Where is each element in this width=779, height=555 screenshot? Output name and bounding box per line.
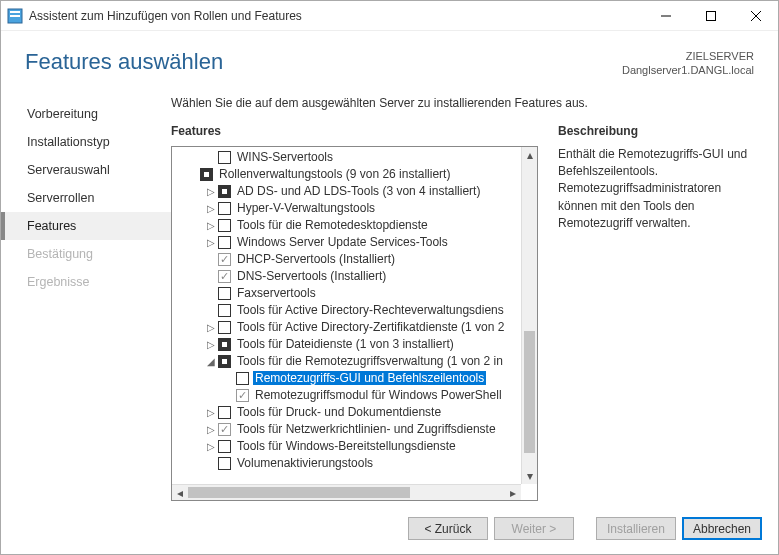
tree-label[interactable]: Tools für Druck- und Dokumentdienste: [235, 405, 443, 419]
footer: < Zurück Weiter > Installieren Abbrechen: [1, 505, 778, 554]
tree-label[interactable]: Tools für Windows-Bereitstellungsdienste: [235, 439, 458, 453]
chevron-right-icon[interactable]: ▷: [204, 203, 218, 214]
scroll-left-button[interactable]: ◂: [172, 485, 188, 500]
vertical-scrollbar[interactable]: ▴ ▾: [521, 147, 537, 484]
tree-row[interactable]: ▷Hyper-V-Verwaltungstools: [176, 200, 521, 217]
wizard-nav: VorbereitungInstallationstypServerauswah…: [1, 94, 171, 501]
checkbox[interactable]: [218, 457, 231, 470]
scroll-right-button[interactable]: ▸: [505, 485, 521, 500]
tree-row[interactable]: WINS-Servertools: [176, 149, 521, 166]
checkbox[interactable]: [218, 270, 231, 283]
checkbox[interactable]: [218, 202, 231, 215]
checkbox[interactable]: [218, 185, 231, 198]
tree-row[interactable]: ▷Tools für Druck- und Dokumentdienste: [176, 404, 521, 421]
tree-label[interactable]: Tools für Dateidienste (1 von 3 installi…: [235, 337, 456, 351]
minimize-button[interactable]: [643, 1, 688, 30]
tree-row[interactable]: ▷AD DS- und AD LDS-Tools (3 von 4 instal…: [176, 183, 521, 200]
chevron-right-icon[interactable]: ▷: [204, 339, 218, 350]
tree-label[interactable]: Remotezugriffs-GUI und Befehlszeilentool…: [253, 371, 486, 385]
scroll-thumb[interactable]: [524, 331, 535, 453]
tree-row[interactable]: Rollenverwaltungstools (9 von 26 install…: [176, 166, 521, 183]
checkbox[interactable]: [218, 253, 231, 266]
tree-label[interactable]: DNS-Servertools (Installiert): [235, 269, 388, 283]
back-button[interactable]: < Zurück: [408, 517, 488, 540]
install-button[interactable]: Installieren: [596, 517, 676, 540]
tree-label[interactable]: Tools für Active Directory-Rechteverwalt…: [235, 303, 506, 317]
tree-label[interactable]: Tools für die Remotedesktopdienste: [235, 218, 430, 232]
nav-item-serverauswahl[interactable]: Serverauswahl: [1, 156, 171, 184]
tree-label[interactable]: Tools für Active Directory-Zertifikatdie…: [235, 320, 506, 334]
tree-row[interactable]: Remotezugriffsmodul für Windows PowerShe…: [176, 387, 521, 404]
chevron-right-icon[interactable]: ▷: [204, 424, 218, 435]
tree-row[interactable]: DHCP-Servertools (Installiert): [176, 251, 521, 268]
checkbox[interactable]: [236, 389, 249, 402]
horizontal-scrollbar[interactable]: ◂ ▸: [172, 484, 521, 500]
description-text: Enthält die Remotezugriffs-GUI und Befeh…: [558, 146, 758, 233]
hscroll-thumb[interactable]: [188, 487, 410, 498]
tree-label[interactable]: Rollenverwaltungstools (9 von 26 install…: [217, 167, 452, 181]
checkbox[interactable]: [200, 168, 213, 181]
nav-item-installationstyp[interactable]: Installationstyp: [1, 128, 171, 156]
tree-row[interactable]: Volumenaktivierungstools: [176, 455, 521, 472]
tree-label[interactable]: Tools für Netzwerkrichtlinien- und Zugri…: [235, 422, 498, 436]
tree-row[interactable]: ▷Tools für Windows-Bereitstellungsdienst…: [176, 438, 521, 455]
svg-rect-2: [10, 15, 20, 17]
main-panel: Wählen Sie die auf dem ausgewählten Serv…: [171, 94, 758, 501]
page-title: Features auswählen: [25, 49, 622, 75]
checkbox[interactable]: [218, 406, 231, 419]
cancel-button[interactable]: Abbrechen: [682, 517, 762, 540]
checkbox[interactable]: [218, 440, 231, 453]
checkbox[interactable]: [218, 321, 231, 334]
checkbox[interactable]: [218, 304, 231, 317]
checkbox[interactable]: [218, 287, 231, 300]
chevron-down-icon[interactable]: ◢: [204, 356, 218, 367]
tree-label[interactable]: Volumenaktivierungstools: [235, 456, 375, 470]
nav-item-serverrollen[interactable]: Serverrollen: [1, 184, 171, 212]
svg-rect-1: [10, 11, 20, 13]
tree-row[interactable]: Tools für Active Directory-Rechteverwalt…: [176, 302, 521, 319]
scroll-down-button[interactable]: ▾: [522, 468, 537, 484]
chevron-right-icon[interactable]: ▷: [204, 407, 218, 418]
tree-row[interactable]: ▷Tools für Dateidienste (1 von 3 install…: [176, 336, 521, 353]
tree-label[interactable]: DHCP-Servertools (Installiert): [235, 252, 397, 266]
checkbox[interactable]: [218, 338, 231, 351]
maximize-button[interactable]: [688, 1, 733, 30]
target-server-label: ZIELSERVER: [622, 49, 754, 63]
chevron-right-icon[interactable]: ▷: [204, 186, 218, 197]
features-tree[interactable]: WINS-ServertoolsRollenverwaltungstools (…: [172, 147, 521, 484]
scroll-up-button[interactable]: ▴: [522, 147, 537, 163]
chevron-right-icon[interactable]: ▷: [204, 237, 218, 248]
checkbox[interactable]: [218, 151, 231, 164]
tree-label[interactable]: Tools für die Remotezugriffsverwaltung (…: [235, 354, 505, 368]
tree-row[interactable]: ◢Tools für die Remotezugriffsverwaltung …: [176, 353, 521, 370]
chevron-right-icon[interactable]: ▷: [204, 322, 218, 333]
chevron-right-icon[interactable]: ▷: [204, 441, 218, 452]
tree-label[interactable]: Remotezugriffsmodul für Windows PowerShe…: [253, 388, 504, 402]
hscroll-track[interactable]: [188, 485, 505, 500]
tree-label[interactable]: Windows Server Update Services-Tools: [235, 235, 450, 249]
checkbox[interactable]: [218, 236, 231, 249]
nav-item-vorbereitung[interactable]: Vorbereitung: [1, 100, 171, 128]
close-button[interactable]: [733, 1, 778, 30]
features-column: Features WINS-ServertoolsRollenverwaltun…: [171, 124, 538, 501]
tree-row[interactable]: Remotezugriffs-GUI und Befehlszeilentool…: [176, 370, 521, 387]
tree-row[interactable]: DNS-Servertools (Installiert): [176, 268, 521, 285]
next-button[interactable]: Weiter >: [494, 517, 574, 540]
tree-row[interactable]: ▷Tools für Active Directory-Zertifikatdi…: [176, 319, 521, 336]
tree-row[interactable]: ▷Tools für Netzwerkrichtlinien- und Zugr…: [176, 421, 521, 438]
tree-label[interactable]: WINS-Servertools: [235, 150, 335, 164]
checkbox[interactable]: [218, 219, 231, 232]
nav-item-features[interactable]: Features: [1, 212, 171, 240]
scroll-track[interactable]: [522, 163, 537, 468]
tree-row[interactable]: ▷Tools für die Remotedesktopdienste: [176, 217, 521, 234]
tree-label[interactable]: AD DS- und AD LDS-Tools (3 von 4 install…: [235, 184, 482, 198]
tree-label[interactable]: Faxservertools: [235, 286, 318, 300]
checkbox[interactable]: [218, 423, 231, 436]
checkbox[interactable]: [218, 355, 231, 368]
checkbox[interactable]: [236, 372, 249, 385]
body: VorbereitungInstallationstypServerauswah…: [1, 84, 778, 505]
chevron-right-icon[interactable]: ▷: [204, 220, 218, 231]
tree-row[interactable]: ▷Windows Server Update Services-Tools: [176, 234, 521, 251]
tree-row[interactable]: Faxservertools: [176, 285, 521, 302]
tree-label[interactable]: Hyper-V-Verwaltungstools: [235, 201, 377, 215]
